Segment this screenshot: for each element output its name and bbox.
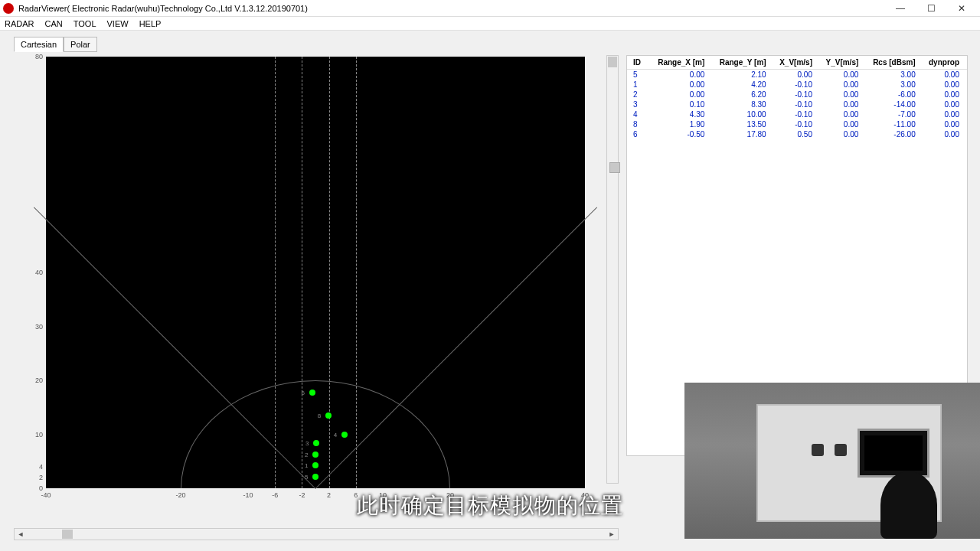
plot-canvas[interactable]: 5123486: [46, 57, 585, 488]
table-row[interactable]: 81.9013.50-0.100.00-11.000.00: [627, 119, 967, 129]
target-point[interactable]: [325, 412, 332, 419]
y-tick: 20: [14, 377, 43, 384]
maximize-button[interactable]: ☐: [916, 1, 946, 16]
webcam-overlay: [684, 383, 980, 539]
plot-vscroll[interactable]: [606, 55, 619, 484]
col-1[interactable]: Range_X [m]: [651, 56, 713, 70]
y-tick: 30: [14, 323, 43, 331]
title-bar: RadarViewer( Electronic Radar(wuhu)Techn…: [0, 0, 980, 17]
col-5[interactable]: Rcs [dBsm]: [866, 56, 923, 70]
table-row[interactable]: 50.002.100.000.003.000.00: [627, 70, 967, 80]
scroll-right-icon[interactable]: ►: [606, 529, 618, 540]
y-tick: 40: [14, 269, 43, 276]
target-point[interactable]: [341, 432, 348, 438]
plot-slider[interactable]: [609, 162, 620, 173]
x-tick: -20: [175, 491, 185, 499]
menu-help[interactable]: HELP: [139, 19, 162, 28]
menu-bar: RADAR CAN TOOL VIEW HELP: [0, 17, 980, 31]
menu-tool[interactable]: TOOL: [74, 19, 96, 28]
target-point[interactable]: [309, 390, 315, 396]
close-button[interactable]: ✕: [946, 1, 977, 16]
x-tick: -10: [243, 491, 253, 499]
target-point[interactable]: [313, 440, 319, 446]
col-4[interactable]: Y_V[m/s]: [820, 56, 866, 70]
radar-plot: 5123486 8040302010420 -40-20-10-6-226102…: [14, 54, 619, 528]
table-row[interactable]: 20.006.20-0.100.00-6.000.00: [627, 90, 967, 99]
tab-polar[interactable]: Polar: [64, 37, 97, 52]
target-label: 6: [302, 390, 305, 396]
table-row[interactable]: 10.004.20-0.100.003.000.00: [627, 80, 967, 90]
target-label: 1: [305, 462, 308, 469]
target-label: 8: [318, 412, 321, 419]
x-tick: -2: [299, 491, 305, 499]
x-tick: -6: [272, 491, 278, 499]
view-tabs: Cartesian Polar: [14, 37, 97, 52]
x-tick: 2: [327, 491, 331, 499]
subtitle-overlay: 此时确定目标模拟物的位置: [357, 491, 623, 520]
col-3[interactable]: X_V[m/s]: [774, 56, 820, 70]
table-row[interactable]: 44.3010.00-0.100.00-7.000.00: [627, 109, 967, 119]
table-row[interactable]: 6-0.5017.800.500.00-26.000.00: [627, 129, 967, 139]
target-point[interactable]: [312, 452, 318, 458]
table-row[interactable]: 30.108.30-0.100.00-14.000.00: [627, 99, 967, 109]
menu-can[interactable]: CAN: [45, 19, 63, 28]
y-tick: 2: [14, 474, 43, 481]
y-tick: 10: [14, 431, 43, 439]
window-title: RadarViewer( Electronic Radar(wuhu)Techn…: [18, 4, 308, 13]
menu-view[interactable]: VIEW: [107, 19, 129, 28]
target-label: 2: [305, 452, 308, 458]
col-6[interactable]: dynprop: [923, 56, 967, 70]
tab-cartesian[interactable]: Cartesian: [14, 37, 64, 52]
minimize-button[interactable]: ―: [885, 1, 916, 16]
target-label: 5: [305, 474, 308, 481]
target-point[interactable]: [312, 462, 318, 468]
target-label: 4: [334, 432, 337, 439]
y-tick: 80: [14, 53, 43, 60]
target-label: 3: [305, 440, 309, 447]
app-icon: [3, 3, 14, 14]
target-table: IDRange_X [m]Range_Y [m]X_V[m/s]Y_V[m/s]…: [627, 56, 967, 139]
x-tick: -40: [41, 491, 51, 499]
plot-hscroll[interactable]: ◄ ►: [14, 528, 619, 540]
y-tick: 0: [14, 484, 43, 492]
scroll-left-icon[interactable]: ◄: [15, 529, 27, 540]
menu-radar[interactable]: RADAR: [5, 19, 34, 28]
y-tick: 4: [14, 463, 43, 471]
col-2[interactable]: Range_Y [m]: [712, 56, 773, 70]
target-point[interactable]: [312, 474, 318, 480]
col-0[interactable]: ID: [627, 56, 651, 70]
